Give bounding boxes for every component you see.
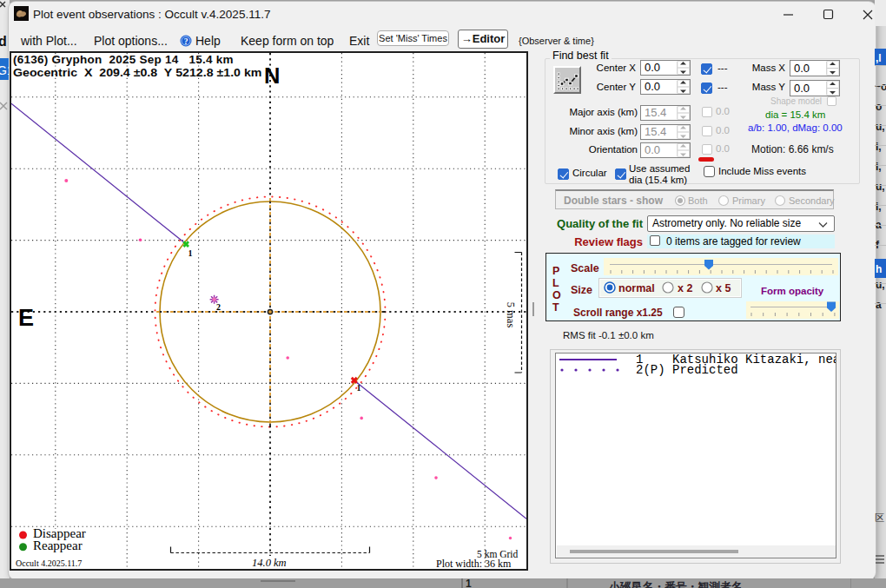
svg-text:区: 区 bbox=[875, 512, 884, 523]
svg-text:a: a bbox=[876, 299, 882, 311]
svg-text:~o: ~o bbox=[875, 81, 886, 93]
svg-text:o: o bbox=[876, 101, 882, 113]
svg-text:d: d bbox=[0, 34, 7, 49]
svg-text:h: h bbox=[876, 263, 882, 275]
svg-text:G1: G1 bbox=[0, 63, 10, 77]
svg-text:i,: i, bbox=[876, 141, 882, 153]
svg-text:u,: u, bbox=[876, 279, 885, 291]
svg-text:?: ? bbox=[184, 37, 188, 46]
svg-text:i,: i, bbox=[876, 201, 882, 213]
svg-text:u,: u, bbox=[876, 121, 885, 133]
svg-text:,l: ,l bbox=[876, 52, 882, 64]
svg-text:i,: i, bbox=[876, 161, 882, 173]
svg-text:u,: u, bbox=[876, 181, 885, 193]
